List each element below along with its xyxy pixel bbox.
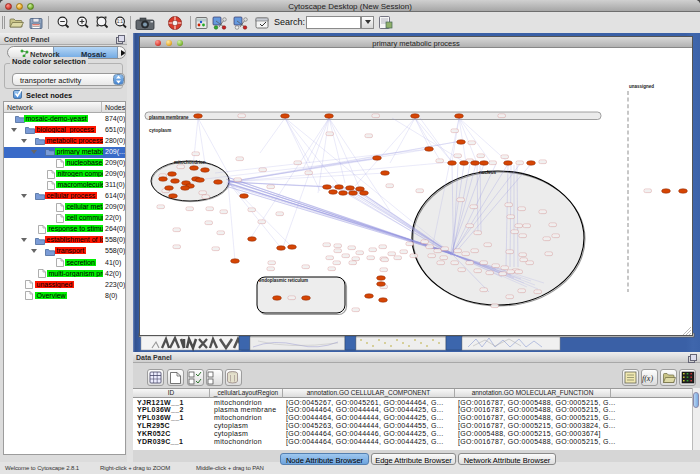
svg-text:endoplasmic reticulum: endoplasmic reticulum [259, 278, 308, 283]
svg-text:f(x): f(x) [642, 374, 653, 383]
svg-text:unassigned: unassigned [629, 84, 654, 89]
svg-text:1:1: 1:1 [117, 19, 124, 24]
svg-text:plasma membrane: plasma membrane [149, 115, 189, 120]
svg-text:cytoplasm: cytoplasm [149, 128, 171, 133]
svg-text:mitochondrion: mitochondrion [174, 160, 206, 165]
